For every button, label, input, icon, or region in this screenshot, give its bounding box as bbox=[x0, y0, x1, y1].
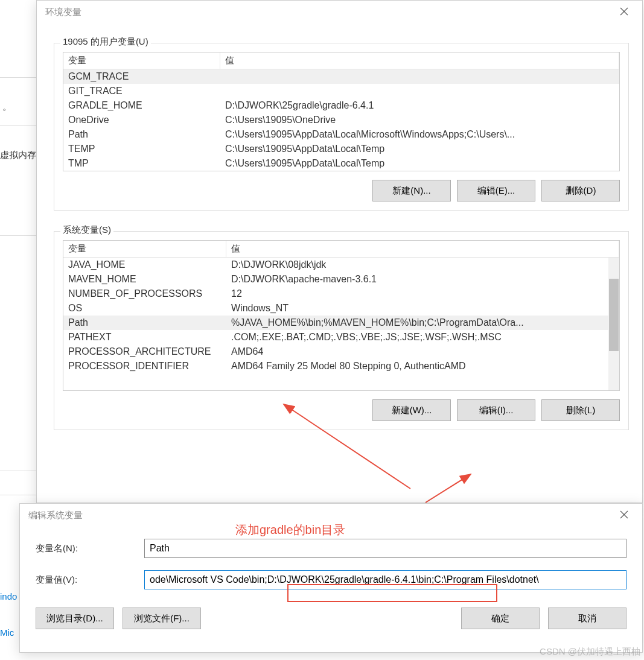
cell-value: AMD64 bbox=[226, 344, 619, 359]
dialog-title: 环境变量 bbox=[45, 7, 81, 18]
table-row[interactable]: Path C:\Users\19095\AppData\Local\Micros… bbox=[63, 127, 619, 142]
scrollbar-thumb[interactable] bbox=[609, 279, 619, 351]
scrollbar[interactable] bbox=[608, 258, 619, 390]
system-variables-group: 系统变量(S) 变量 值 JAVA_HOME D:\DJWORK\08jdk\j… bbox=[54, 231, 629, 430]
close-icon bbox=[620, 7, 628, 17]
environment-variables-dialog: 环境变量 19095 的用户变量(U) 变量 值 GCM_TRACE GIT_T… bbox=[36, 0, 643, 503]
cell-value: %JAVA_HOME%\bin;%MAVEN_HOME%\bin;C:\Prog… bbox=[226, 316, 619, 330]
cell-value: C:\Users\19095\OneDrive bbox=[220, 113, 619, 127]
bg-link: indo bbox=[0, 591, 17, 601]
cell-name: MAVEN_HOME bbox=[63, 272, 226, 287]
cell-name: JAVA_HOME bbox=[63, 258, 226, 272]
delete-sys-var-button[interactable]: 删除(L) bbox=[541, 399, 620, 421]
new-user-var-button[interactable]: 新建(N)... bbox=[372, 180, 451, 201]
cell-value: Windows_NT bbox=[226, 301, 619, 316]
cell-name: PROCESSOR_ARCHITECTURE bbox=[63, 344, 226, 359]
bg-text: 虚拟内存 bbox=[0, 150, 36, 161]
cell-name: PROCESSOR_IDENTIFIER bbox=[63, 359, 226, 373]
cell-name: GCM_TRACE bbox=[63, 69, 220, 84]
ok-button[interactable]: 确定 bbox=[461, 608, 540, 629]
system-variables-table[interactable]: 变量 值 JAVA_HOME D:\DJWORK\08jdk\jdk MAVEN… bbox=[63, 240, 620, 391]
dialog-titlebar[interactable]: 编辑系统变量 bbox=[20, 504, 642, 527]
table-row[interactable]: GIT_TRACE bbox=[63, 84, 619, 98]
delete-user-var-button[interactable]: 删除(D) bbox=[541, 180, 620, 201]
table-row[interactable]: TEMP C:\Users\19095\AppData\Local\Temp bbox=[63, 142, 619, 156]
dialog-titlebar[interactable]: 环境变量 bbox=[37, 1, 642, 24]
close-button[interactable] bbox=[612, 3, 636, 21]
user-variables-table[interactable]: 变量 值 GCM_TRACE GIT_TRACE GRADLE_HOME D:\… bbox=[63, 52, 620, 171]
cell-value: D:\DJWORK\apache-maven-3.6.1 bbox=[226, 272, 619, 287]
cell-name: GRADLE_HOME bbox=[63, 98, 220, 113]
variable-name-input[interactable] bbox=[144, 539, 626, 558]
cell-value: .COM;.EXE;.BAT;.CMD;.VBS;.VBE;.JS;.JSE;.… bbox=[226, 330, 619, 344]
user-group-label: 19095 的用户变量(U) bbox=[60, 36, 151, 48]
table-row[interactable]: PATHEXT .COM;.EXE;.BAT;.CMD;.VBS;.VBE;.J… bbox=[63, 330, 619, 344]
edit-sys-var-button[interactable]: 编辑(I)... bbox=[457, 399, 535, 421]
table-row[interactable]: OS Windows_NT bbox=[63, 301, 619, 316]
header-value[interactable]: 值 bbox=[220, 52, 619, 69]
variable-value-input[interactable] bbox=[144, 570, 626, 589]
cell-name: PATHEXT bbox=[63, 330, 226, 344]
table-row[interactable]: Path %JAVA_HOME%\bin;%MAVEN_HOME%\bin;C:… bbox=[63, 316, 619, 330]
cell-name: TEMP bbox=[63, 142, 220, 156]
table-row[interactable]: GCM_TRACE bbox=[63, 69, 619, 84]
cell-value bbox=[220, 84, 619, 98]
bg-link: Mic bbox=[0, 627, 14, 638]
cell-name: Path bbox=[63, 127, 220, 142]
dialog-title: 编辑系统变量 bbox=[28, 510, 83, 521]
table-row[interactable]: OneDrive C:\Users\19095\OneDrive bbox=[63, 113, 619, 127]
bg-text: 。 bbox=[2, 101, 11, 113]
cell-name: GIT_TRACE bbox=[63, 84, 220, 98]
cell-name: TMP bbox=[63, 156, 220, 171]
user-variables-group: 19095 的用户变量(U) 变量 值 GCM_TRACE GIT_TRACE … bbox=[54, 43, 629, 211]
close-icon bbox=[620, 510, 628, 521]
browse-file-button[interactable]: 浏览文件(F)... bbox=[123, 608, 201, 629]
variable-value-label: 变量值(V): bbox=[36, 574, 144, 586]
header-name[interactable]: 变量 bbox=[63, 52, 220, 69]
cell-value: C:\Users\19095\AppData\Local\Temp bbox=[220, 142, 619, 156]
sys-group-label: 系统变量(S) bbox=[60, 224, 113, 236]
table-row[interactable]: GRADLE_HOME D:\DJWORK\25gradle\gradle-6.… bbox=[63, 98, 619, 113]
cell-value: C:\Users\19095\AppData\Local\Microsoft\W… bbox=[220, 127, 619, 142]
cell-name: NUMBER_OF_PROCESSORS bbox=[63, 287, 226, 301]
table-header: 变量 值 bbox=[63, 52, 619, 69]
edit-system-variable-dialog: 编辑系统变量 变量名(N): 变量值(V): 浏览目录(D)... 浏览文件(F… bbox=[19, 503, 643, 653]
cancel-button[interactable]: 取消 bbox=[548, 608, 626, 629]
browse-directory-button[interactable]: 浏览目录(D)... bbox=[36, 608, 114, 629]
table-row[interactable]: PROCESSOR_IDENTIFIER AMD64 Family 25 Mod… bbox=[63, 359, 619, 373]
table-header: 变量 值 bbox=[63, 241, 619, 258]
cell-value: AMD64 Family 25 Model 80 Stepping 0, Aut… bbox=[226, 359, 619, 373]
table-row[interactable]: NUMBER_OF_PROCESSORS 12 bbox=[63, 287, 619, 301]
edit-user-var-button[interactable]: 编辑(E)... bbox=[457, 180, 535, 201]
cell-value bbox=[220, 69, 619, 84]
cell-value: D:\DJWORK\25gradle\gradle-6.4.1 bbox=[220, 98, 619, 113]
header-value[interactable]: 值 bbox=[226, 241, 619, 257]
watermark: CSDN @伏加特遇上西柚 bbox=[540, 646, 640, 658]
table-row[interactable]: JAVA_HOME D:\DJWORK\08jdk\jdk bbox=[63, 258, 619, 272]
cell-value: C:\Users\19095\AppData\Local\Temp bbox=[220, 156, 619, 171]
table-row[interactable]: PROCESSOR_ARCHITECTURE AMD64 bbox=[63, 344, 619, 359]
cell-name: OneDrive bbox=[63, 113, 220, 127]
cell-value: 12 bbox=[226, 287, 619, 301]
table-row[interactable]: MAVEN_HOME D:\DJWORK\apache-maven-3.6.1 bbox=[63, 272, 619, 287]
cell-name: OS bbox=[63, 301, 226, 316]
table-row[interactable]: TMP C:\Users\19095\AppData\Local\Temp bbox=[63, 156, 619, 171]
header-name[interactable]: 变量 bbox=[63, 241, 226, 257]
variable-name-label: 变量名(N): bbox=[36, 543, 144, 554]
cell-name: Path bbox=[63, 316, 226, 330]
new-sys-var-button[interactable]: 新建(W)... bbox=[372, 399, 451, 421]
cell-value: D:\DJWORK\08jdk\jdk bbox=[226, 258, 619, 272]
close-button[interactable] bbox=[612, 506, 636, 524]
